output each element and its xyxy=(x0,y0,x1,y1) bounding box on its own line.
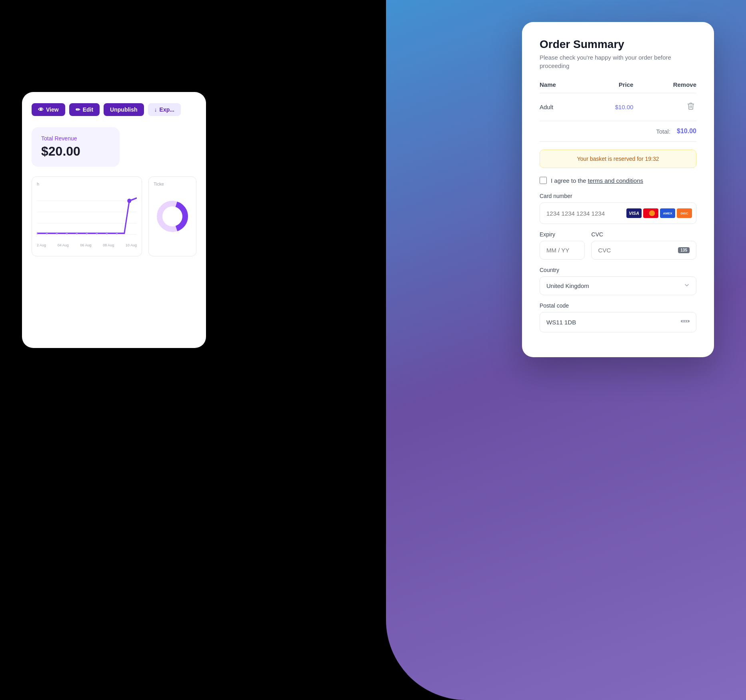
country-group: Country United Kingdom United States Fra… xyxy=(540,267,696,295)
svg-point-19 xyxy=(682,320,684,322)
total-label: Total: xyxy=(656,128,670,135)
basket-reserved-notice: Your basket is reserved for 19:32 xyxy=(540,150,696,168)
svg-point-11 xyxy=(106,232,108,234)
eye-icon: 👁 xyxy=(38,106,44,113)
order-subtitle: Please check you're happy with your orde… xyxy=(540,53,696,70)
cvc-field: 135 xyxy=(591,241,696,260)
postal-dots-icon xyxy=(681,318,690,326)
row-price: $10.00 xyxy=(584,93,633,121)
visa-icon: VISA xyxy=(626,208,642,218)
total-row: Total: $10.00 xyxy=(540,121,696,142)
total-value: $10.00 xyxy=(677,128,696,135)
revenue-value: $20.00 xyxy=(41,144,110,159)
country-field: United Kingdom United States France Germ… xyxy=(540,276,696,295)
svg-point-7 xyxy=(66,232,68,234)
donut-chart-svg xyxy=(154,198,190,234)
export-button[interactable]: ↓ Exp... xyxy=(148,103,181,116)
svg-point-9 xyxy=(86,232,88,234)
svg-point-17 xyxy=(649,210,655,216)
expiry-label: Expiry xyxy=(540,231,585,238)
order-table: Name Price Remove Adult $10.00 xyxy=(540,81,696,121)
donut-chart-container: Ticke xyxy=(148,176,196,256)
cvc-label: CVC xyxy=(591,231,696,238)
expiry-cvc-row: Expiry CVC 135 xyxy=(540,231,696,267)
amex-icon: AMEX xyxy=(660,208,675,218)
col-header-price: Price xyxy=(584,81,633,93)
view-button[interactable]: 👁 View xyxy=(32,103,65,116)
terms-link[interactable]: terms and conditions xyxy=(588,177,643,184)
chart-ticket-label: Ticke xyxy=(154,182,164,186)
row-name: Adult xyxy=(540,93,584,121)
terms-row: I agree to the terms and conditions xyxy=(540,177,696,184)
line-chart-container: h xyxy=(32,176,142,256)
card-number-field: VISA AMEX DISC xyxy=(540,202,696,224)
postal-code-label: Postal code xyxy=(540,302,696,309)
table-row: Adult $10.00 xyxy=(540,93,696,121)
unpublish-button[interactable]: Unpublish xyxy=(104,103,144,116)
terms-text: I agree to the terms and conditions xyxy=(551,177,643,184)
card-icons: VISA AMEX DISC xyxy=(626,208,692,218)
country-label: Country xyxy=(540,267,696,273)
svg-point-20 xyxy=(684,320,686,322)
line-chart-svg xyxy=(37,190,137,246)
expiry-input[interactable] xyxy=(540,241,585,260)
download-icon: ↓ xyxy=(154,106,157,113)
svg-point-13 xyxy=(127,198,131,203)
country-select[interactable]: United Kingdom United States France Germ… xyxy=(540,276,696,295)
revenue-box: Total Revenue $20.00 xyxy=(32,127,120,167)
svg-point-21 xyxy=(687,320,688,322)
order-summary-card: Order Summary Please check you're happy … xyxy=(522,22,714,357)
svg-point-5 xyxy=(46,232,48,234)
pencil-icon: ✏ xyxy=(76,106,80,113)
cvc-input[interactable] xyxy=(598,247,674,254)
expiry-group: Expiry xyxy=(540,231,585,260)
svg-point-4 xyxy=(37,232,38,234)
col-header-name: Name xyxy=(540,81,584,93)
svg-point-10 xyxy=(96,232,98,234)
dashboard-card: 👁 View ✏ Edit Unpublish ↓ Exp... Total R… xyxy=(22,92,206,348)
col-header-remove: Remove xyxy=(633,81,696,93)
card-number-group: Card number VISA AMEX DISC xyxy=(540,193,696,224)
svg-point-12 xyxy=(116,232,118,234)
card-number-label: Card number xyxy=(540,193,696,199)
order-title: Order Summary xyxy=(540,38,696,51)
dashboard-toolbar: 👁 View ✏ Edit Unpublish ↓ Exp... xyxy=(32,103,196,116)
revenue-label: Total Revenue xyxy=(41,135,110,142)
svg-point-6 xyxy=(56,232,58,234)
cvc-group: CVC 135 xyxy=(591,231,696,260)
postal-code-input[interactable] xyxy=(546,319,677,326)
edit-button[interactable]: ✏ Edit xyxy=(69,103,100,116)
terms-checkbox[interactable] xyxy=(540,177,547,184)
cvc-card-icon: 135 xyxy=(678,247,690,253)
card-number-input[interactable] xyxy=(546,210,622,217)
postal-code-group: Postal code xyxy=(540,302,696,332)
svg-point-8 xyxy=(76,232,78,234)
chart-h-label: h xyxy=(37,182,137,186)
postal-code-field xyxy=(540,312,696,332)
charts-row: h xyxy=(32,176,196,256)
row-remove-cell xyxy=(633,93,696,121)
mastercard-icon xyxy=(643,208,658,218)
remove-item-button[interactable] xyxy=(685,100,696,114)
discover-icon: DISC xyxy=(677,208,692,218)
